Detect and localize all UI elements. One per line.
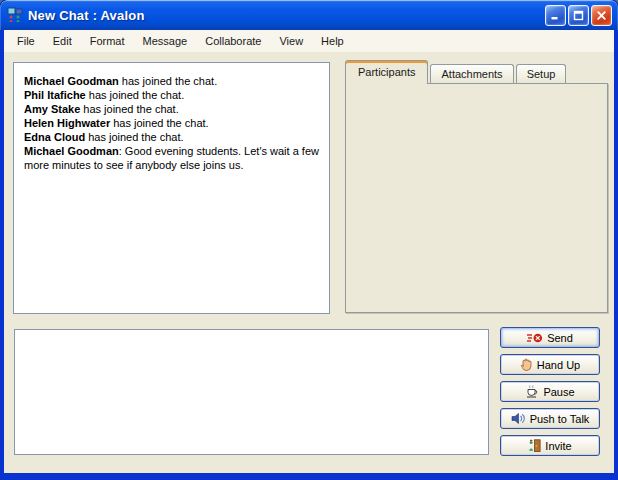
minimize-icon (550, 10, 561, 21)
app-window: New Chat : Avalon File Edit Format Me (0, 0, 618, 480)
message-text: has joined the chat. (86, 89, 184, 101)
hand-icon (520, 358, 533, 371)
tab-strip: Participants Attachments Setup (345, 60, 568, 84)
tab-participants[interactable]: Participants (345, 60, 428, 84)
message-text: has joined the chat. (80, 103, 178, 115)
send-icon (527, 332, 543, 344)
window-title: New Chat : Avalon (28, 8, 145, 23)
titlebar[interactable]: New Chat : Avalon (0, 0, 618, 30)
coffee-cup-icon (525, 385, 539, 398)
minimize-button[interactable] (545, 5, 566, 26)
message-author: Michael Goodman (24, 75, 119, 87)
message-author: Edna Cloud (24, 131, 85, 143)
pause-button[interactable]: Pause (500, 381, 600, 402)
hand-up-button[interactable]: Hand Up (500, 354, 600, 375)
message-text: has joined the chat. (110, 117, 208, 129)
button-label: Hand Up (537, 359, 580, 371)
send-button[interactable]: Send (500, 327, 600, 348)
menu-message[interactable]: Message (134, 32, 197, 50)
menu-file[interactable]: File (8, 32, 44, 50)
chat-log: Michael Goodman has joined the chat. Phi… (13, 62, 330, 314)
message-text: has joined the chat. (85, 131, 183, 143)
menu-format[interactable]: Format (81, 32, 134, 50)
chat-message: Edna Cloud has joined the chat. (24, 130, 319, 144)
chat-message: Amy Stake has joined the chat. (24, 102, 319, 116)
push-to-talk-button[interactable]: Push to Talk (500, 408, 600, 429)
message-author: Helen Highwater (24, 117, 110, 129)
close-icon (596, 10, 607, 21)
chat-message: Michael Goodman has joined the chat. (24, 74, 319, 88)
app-icon (7, 7, 23, 23)
invite-icon (528, 439, 541, 452)
close-button[interactable] (591, 5, 612, 26)
chat-message: Helen Highwater has joined the chat. (24, 116, 319, 130)
message-author: Phil Itafiche (24, 89, 86, 101)
invite-button[interactable]: Invite (500, 435, 600, 456)
composer-input[interactable] (14, 329, 489, 455)
button-label: Invite (545, 440, 571, 452)
maximize-icon (573, 10, 584, 21)
menu-collaborate[interactable]: Collaborate (196, 32, 270, 50)
chat-message: Michael Goodman: Good evening students. … (24, 144, 319, 172)
menubar: File Edit Format Message Collaborate Vie… (4, 30, 614, 52)
tab-setup[interactable]: Setup (516, 64, 567, 84)
speaker-icon (511, 412, 526, 425)
menu-view[interactable]: View (270, 32, 312, 50)
button-label: Push to Talk (530, 413, 590, 425)
maximize-button[interactable] (568, 5, 589, 26)
button-label: Pause (543, 386, 574, 398)
chat-message: Phil Itafiche has joined the chat. (24, 88, 319, 102)
menu-edit[interactable]: Edit (44, 32, 81, 50)
button-label: Send (547, 332, 573, 344)
tab-panel (345, 83, 608, 313)
menu-help[interactable]: Help (312, 32, 353, 50)
message-author: Amy Stake (24, 103, 80, 115)
tab-attachments[interactable]: Attachments (430, 64, 513, 84)
message-text: has joined the chat. (119, 75, 217, 87)
message-author: Michael Goodman (24, 145, 119, 157)
